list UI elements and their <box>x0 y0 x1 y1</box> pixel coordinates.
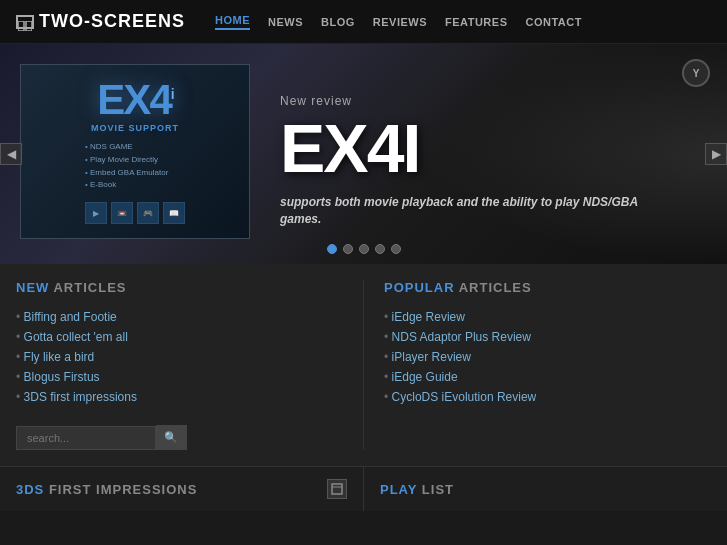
hero-next-arrow[interactable]: ▶ <box>705 143 727 165</box>
hero-text: New review EX4I supports both movie play… <box>280 94 647 228</box>
popular-article-5: CycloDS iEvolution Review <box>384 387 711 407</box>
bottom-left-title: 3DS FIRST IMPRESSIONS <box>16 482 197 497</box>
popular-article-1-link[interactable]: iEdge Review <box>392 310 465 324</box>
bottom-right-rest: LIST <box>417 482 454 497</box>
logo-text: TWO-SCREENS <box>39 11 185 32</box>
bottom-bar: 3DS FIRST IMPRESSIONS PLAY LIST <box>0 466 727 511</box>
product-features: NDS GAME Play Movie Directly Embed GBA E… <box>85 141 185 192</box>
popular-articles-rest: ARTICLES <box>455 280 532 295</box>
bottom-right-accent: PLAY <box>380 482 417 497</box>
new-articles-section: NEW ARTICLES Biffing and Footie Gotta co… <box>16 280 364 450</box>
bottom-left-icon[interactable] <box>327 479 347 499</box>
product-logo-sup: i <box>171 86 173 102</box>
hero-description: supports both movie playback and the abi… <box>280 194 647 228</box>
search-area: 🔍 <box>16 425 343 450</box>
search-button[interactable]: 🔍 <box>156 425 187 450</box>
nav-news[interactable]: NEWS <box>268 16 303 28</box>
hero-prev-arrow[interactable]: ◀ <box>0 143 22 165</box>
svg-rect-2 <box>332 484 342 494</box>
new-article-1-link[interactable]: Biffing and Footie <box>24 310 117 324</box>
feature-2: Play Movie Directly <box>85 154 185 167</box>
new-article-5: 3DS first impressions <box>16 387 343 407</box>
popular-article-3-link[interactable]: iPlayer Review <box>392 350 471 364</box>
feature-4: E-Book <box>85 179 185 192</box>
new-article-4-link[interactable]: Blogus Firstus <box>24 370 100 384</box>
nav-features[interactable]: FEATURES <box>445 16 507 28</box>
new-articles-title: NEW ARTICLES <box>16 280 343 295</box>
new-article-4: Blogus Firstus <box>16 367 343 387</box>
bottom-left-accent: 3DS <box>16 482 44 497</box>
feature-1: NDS GAME <box>85 141 185 154</box>
gamepad-decoration: Y <box>648 59 712 123</box>
nav-contact[interactable]: CONTACT <box>525 16 581 28</box>
hero-title: EX4I <box>280 114 647 182</box>
new-articles-list: Biffing and Footie Gotta collect 'em all… <box>16 307 343 407</box>
dot-3[interactable] <box>359 244 369 254</box>
hero-banner: Y EX4i MOVIE SUPPORT NDS GAME Play Movie… <box>0 44 727 264</box>
new-article-2-link[interactable]: Gotta collect 'em all <box>24 330 128 344</box>
popular-article-4: iEdge Guide <box>384 367 711 387</box>
nav-home[interactable]: HOME <box>215 14 250 30</box>
content-area: NEW ARTICLES Biffing and Footie Gotta co… <box>0 264 727 466</box>
bottom-right-title: PLAY LIST <box>380 482 454 497</box>
popular-articles-title: POPULAR ARTICLES <box>384 280 711 295</box>
popular-article-2-link[interactable]: NDS Adaptor Plus Review <box>392 330 531 344</box>
logo-icon <box>16 15 34 29</box>
dot-4[interactable] <box>375 244 385 254</box>
product-inner: EX4i MOVIE SUPPORT NDS GAME Play Movie D… <box>75 69 195 234</box>
product-bottom-icons: ▶ 📼 🎮 📖 <box>85 202 185 224</box>
nav-reviews[interactable]: REVIEWS <box>373 16 427 28</box>
logo: TWO-SCREENS <box>16 11 185 32</box>
product-image-box: EX4i MOVIE SUPPORT NDS GAME Play Movie D… <box>20 64 250 239</box>
popular-articles-list: iEdge Review NDS Adaptor Plus Review iPl… <box>384 307 711 407</box>
new-article-3: Fly like a bird <box>16 347 343 367</box>
svg-rect-1 <box>26 21 32 31</box>
icon-box-4: 📖 <box>163 202 185 224</box>
main-nav: HOME NEWS BLOG REVIEWS FEATURES CONTACT <box>215 14 582 30</box>
icon-box-2: 📼 <box>111 202 133 224</box>
dot-1[interactable] <box>327 244 337 254</box>
icon-box-1: ▶ <box>85 202 107 224</box>
feature-3: Embed GBA Emulator <box>85 167 185 180</box>
nav-blog[interactable]: BLOG <box>321 16 355 28</box>
hero-badge: New review <box>280 94 647 108</box>
popular-article-4-link[interactable]: iEdge Guide <box>392 370 458 384</box>
header: TWO-SCREENS HOME NEWS BLOG REVIEWS FEATU… <box>0 0 727 44</box>
svg-rect-0 <box>18 21 24 31</box>
search-input[interactable] <box>16 426 156 450</box>
bottom-right-section: PLAY LIST <box>364 467 727 511</box>
popular-article-5-link[interactable]: CycloDS iEvolution Review <box>392 390 537 404</box>
popular-article-3: iPlayer Review <box>384 347 711 367</box>
popular-articles-accent: POPULAR <box>384 280 455 295</box>
product-logo: EX4i <box>85 79 185 121</box>
dot-2[interactable] <box>343 244 353 254</box>
icon-box-3: 🎮 <box>137 202 159 224</box>
popular-article-1: iEdge Review <box>384 307 711 327</box>
new-article-3-link[interactable]: Fly like a bird <box>24 350 95 364</box>
y-button: Y <box>682 59 710 87</box>
new-article-1: Biffing and Footie <box>16 307 343 327</box>
hero-dots <box>327 244 401 254</box>
popular-article-2: NDS Adaptor Plus Review <box>384 327 711 347</box>
new-articles-accent: NEW <box>16 280 49 295</box>
bottom-left-section: 3DS FIRST IMPRESSIONS <box>0 467 364 511</box>
new-articles-rest: ARTICLES <box>49 280 126 295</box>
product-tagline: MOVIE SUPPORT <box>85 123 185 133</box>
bottom-left-rest: FIRST IMPRESSIONS <box>44 482 197 497</box>
new-article-2: Gotta collect 'em all <box>16 327 343 347</box>
dot-5[interactable] <box>391 244 401 254</box>
new-article-5-link[interactable]: 3DS first impressions <box>24 390 137 404</box>
popular-articles-section: POPULAR ARTICLES iEdge Review NDS Adapto… <box>364 280 711 450</box>
